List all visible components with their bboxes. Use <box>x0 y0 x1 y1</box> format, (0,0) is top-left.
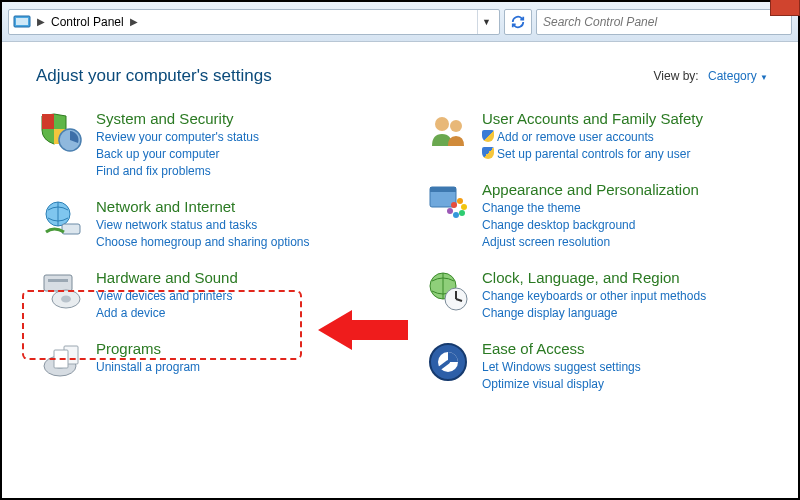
appearance-icon <box>426 181 470 225</box>
category-link[interactable]: Back up your computer <box>96 146 259 163</box>
svg-point-16 <box>450 120 462 132</box>
category-title[interactable]: Programs <box>96 340 200 357</box>
category-user-accounts: User Accounts and Family Safety Add or r… <box>422 104 768 175</box>
svg-point-15 <box>435 117 449 131</box>
svg-point-19 <box>451 202 457 208</box>
svg-rect-6 <box>62 224 80 234</box>
category-link[interactable]: Change display language <box>482 305 706 322</box>
category-link[interactable]: Change the theme <box>482 200 699 217</box>
network-internet-icon <box>40 198 84 242</box>
category-link[interactable]: Add or remove user accounts <box>482 129 703 146</box>
clock-language-icon <box>426 269 470 313</box>
control-panel-icon <box>13 13 31 31</box>
left-column: System and Security Review your computer… <box>36 104 382 405</box>
category-system-security: System and Security Review your computer… <box>36 104 382 192</box>
svg-point-10 <box>61 296 71 303</box>
view-by-dropdown[interactable]: Category ▼ <box>708 69 768 83</box>
view-by-label: View by: <box>654 69 699 83</box>
category-title[interactable]: Network and Internet <box>96 198 309 215</box>
link-text: Set up parental controls for any user <box>497 147 690 161</box>
search-box[interactable] <box>536 9 792 35</box>
breadcrumb-location[interactable]: Control Panel <box>51 15 124 29</box>
chevron-down-icon: ▼ <box>760 73 768 82</box>
address-bar[interactable]: ▶ Control Panel ▶ ▼ <box>8 9 500 35</box>
svg-point-21 <box>461 204 467 210</box>
category-appearance: Appearance and Personalization Change th… <box>422 175 768 263</box>
category-network-internet: Network and Internet View network status… <box>36 192 382 263</box>
category-link[interactable]: Adjust screen resolution <box>482 234 699 251</box>
category-title[interactable]: Ease of Access <box>482 340 641 357</box>
svg-point-24 <box>447 208 453 214</box>
category-title[interactable]: User Accounts and Family Safety <box>482 110 703 127</box>
programs-icon <box>40 340 84 384</box>
svg-rect-7 <box>44 275 72 291</box>
category-link[interactable]: Change keyboards or other input methods <box>482 288 706 305</box>
category-title[interactable]: System and Security <box>96 110 259 127</box>
page-title: Adjust your computer's settings <box>36 66 272 86</box>
link-text: Add or remove user accounts <box>497 130 654 144</box>
category-programs: Programs Uninstall a program <box>36 334 382 396</box>
svg-point-22 <box>459 210 465 216</box>
svg-rect-1 <box>16 18 28 25</box>
category-title[interactable]: Appearance and Personalization <box>482 181 699 198</box>
user-accounts-icon <box>426 110 470 154</box>
category-title[interactable]: Clock, Language, and Region <box>482 269 706 286</box>
svg-point-23 <box>453 212 459 218</box>
category-link[interactable]: Uninstall a program <box>96 359 200 376</box>
hardware-sound-icon <box>40 269 84 313</box>
view-by: View by: Category ▼ <box>654 69 768 83</box>
svg-rect-18 <box>430 187 456 192</box>
uac-shield-icon <box>482 130 494 142</box>
category-clock-language: Clock, Language, and Region Change keybo… <box>422 263 768 334</box>
refresh-button[interactable] <box>504 9 532 35</box>
chevron-right-icon[interactable]: ▶ <box>130 16 138 27</box>
category-title[interactable]: Hardware and Sound <box>96 269 238 286</box>
category-link[interactable]: Choose homegroup and sharing options <box>96 234 309 251</box>
category-link[interactable]: Add a device <box>96 305 238 322</box>
category-hardware-sound: Hardware and Sound View devices and prin… <box>36 263 382 334</box>
category-link[interactable]: Let Windows suggest settings <box>482 359 641 376</box>
system-security-icon <box>40 110 84 154</box>
address-dropdown-button[interactable]: ▼ <box>477 10 495 34</box>
category-link[interactable]: Optimize visual display <box>482 376 641 393</box>
uac-shield-icon <box>482 147 494 159</box>
ease-of-access-icon <box>426 340 470 384</box>
category-link[interactable]: Set up parental controls for any user <box>482 146 703 163</box>
svg-rect-2 <box>42 114 54 129</box>
category-link[interactable]: Change desktop background <box>482 217 699 234</box>
chevron-right-icon: ▶ <box>37 16 45 27</box>
category-link[interactable]: View devices and printers <box>96 288 238 305</box>
svg-rect-8 <box>48 279 68 282</box>
category-link[interactable]: Review your computer's status <box>96 129 259 146</box>
search-input[interactable] <box>543 15 785 29</box>
toolbar: ▶ Control Panel ▶ ▼ <box>2 2 798 42</box>
svg-point-20 <box>457 198 463 204</box>
svg-rect-14 <box>54 350 68 368</box>
category-ease-of-access: Ease of Access Let Windows suggest setti… <box>422 334 768 405</box>
right-column: User Accounts and Family Safety Add or r… <box>422 104 768 405</box>
window-close-button[interactable] <box>770 0 800 16</box>
category-link[interactable]: Find and fix problems <box>96 163 259 180</box>
category-link[interactable]: View network status and tasks <box>96 217 309 234</box>
view-by-value: Category <box>708 69 757 83</box>
